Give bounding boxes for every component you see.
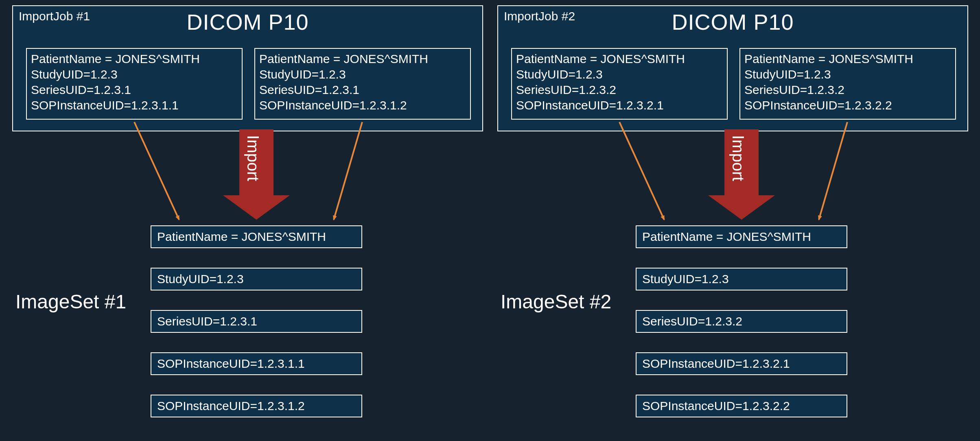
imageset-label-1: ImageSet #1 — [15, 290, 126, 313]
dicom-title-1: DICOM P10 — [13, 9, 482, 35]
result-1-sop2: SOPInstanceUID=1.2.3.1.2 — [151, 395, 362, 417]
import-arrow-2: Import — [708, 129, 775, 220]
dicom-1a-sop: SOPInstanceUID=1.2.3.1.1 — [31, 98, 238, 113]
dicom-2a-sop: SOPInstanceUID=1.2.3.2.1 — [516, 98, 723, 113]
dicom-2b-series: SeriesUID=1.2.3.2 — [744, 82, 951, 98]
dicom-instance-2b: PatientName = JONES^SMITH StudyUID=1.2.3… — [739, 48, 956, 120]
dicom-2b-study: StudyUID=1.2.3 — [744, 67, 951, 82]
import-arrow-1: Import — [223, 129, 290, 220]
dicom-1a-patient: PatientName = JONES^SMITH — [31, 51, 238, 67]
result-2-patient: PatientName = JONES^SMITH — [636, 225, 847, 248]
dicom-1a-study: StudyUID=1.2.3 — [31, 67, 238, 82]
flow-arrow-2a — [619, 122, 664, 220]
result-1-study: StudyUID=1.2.3 — [151, 268, 362, 290]
flow-arrow-2b — [819, 122, 847, 220]
dicom-2a-series: SeriesUID=1.2.3.2 — [516, 82, 723, 98]
result-1-sop1: SOPInstanceUID=1.2.3.1.1 — [151, 352, 362, 375]
dicom-instance-1a: PatientName = JONES^SMITH StudyUID=1.2.3… — [26, 48, 243, 120]
dicom-title-2: DICOM P10 — [498, 9, 967, 35]
flow-arrow-1a — [134, 122, 179, 220]
import-label-1: Import — [244, 135, 262, 181]
dicom-instance-2a: PatientName = JONES^SMITH StudyUID=1.2.3… — [511, 48, 728, 120]
dicom-1b-patient: PatientName = JONES^SMITH — [259, 51, 466, 67]
dicom-1b-series: SeriesUID=1.2.3.1 — [259, 82, 466, 98]
diagram-canvas: ImportJob #1 DICOM P10 PatientName = JON… — [0, 0, 980, 441]
dicom-2b-patient: PatientName = JONES^SMITH — [744, 51, 951, 67]
dicom-2a-patient: PatientName = JONES^SMITH — [516, 51, 723, 67]
imageset-label-2: ImageSet #2 — [501, 290, 611, 313]
result-2-sop2: SOPInstanceUID=1.2.3.2.2 — [636, 395, 847, 417]
result-2-series: SeriesUID=1.2.3.2 — [636, 310, 847, 333]
flow-arrow-1b — [334, 122, 362, 220]
dicom-instance-1b: PatientName = JONES^SMITH StudyUID=1.2.3… — [254, 48, 471, 120]
import-label-2: Import — [729, 135, 747, 181]
result-1-patient: PatientName = JONES^SMITH — [151, 225, 362, 248]
dicom-2b-sop: SOPInstanceUID=1.2.3.2.2 — [744, 98, 951, 113]
result-1-series: SeriesUID=1.2.3.1 — [151, 310, 362, 333]
dicom-1a-series: SeriesUID=1.2.3.1 — [31, 82, 238, 98]
result-2-study: StudyUID=1.2.3 — [636, 268, 847, 290]
dicom-1b-study: StudyUID=1.2.3 — [259, 67, 466, 82]
result-2-sop1: SOPInstanceUID=1.2.3.2.1 — [636, 352, 847, 375]
dicom-2a-study: StudyUID=1.2.3 — [516, 67, 723, 82]
dicom-1b-sop: SOPInstanceUID=1.2.3.1.2 — [259, 98, 466, 113]
